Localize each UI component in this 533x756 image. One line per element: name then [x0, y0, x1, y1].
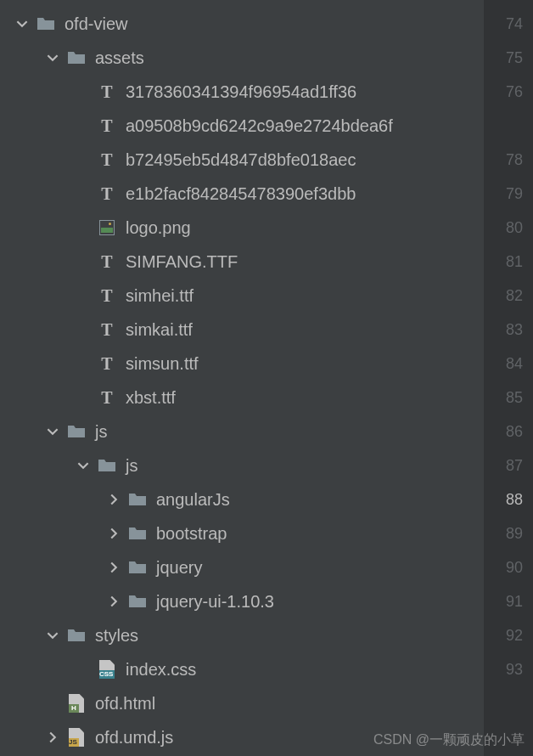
line-number: 79	[484, 177, 533, 211]
tree-item-file[interactable]: T SIMFANG.TTF	[0, 245, 484, 279]
chevron-right-icon	[42, 727, 63, 748]
css-file-icon	[97, 659, 117, 680]
watermark: CSDN @一颗顽皮的小草	[373, 731, 525, 749]
tree-item-folder[interactable]: js	[0, 449, 484, 482]
html-file-icon	[66, 693, 87, 714]
tree-item-label: logo.png	[126, 218, 191, 238]
tree-item-label: assets	[95, 48, 144, 68]
line-number: 89	[484, 516, 533, 550]
chevron-down-icon	[42, 48, 63, 68]
font-file-icon: T	[97, 116, 117, 136]
tree-item-folder[interactable]: assets	[0, 41, 484, 75]
folder-icon	[127, 591, 148, 612]
tree-item-label: simkai.ttf	[126, 320, 193, 340]
folder-icon	[127, 489, 148, 510]
tree-item-file[interactable]: T a09508b9cd6242c9a9e2724bdea6f	[0, 109, 484, 143]
folder-icon	[127, 557, 148, 578]
folder-icon	[97, 455, 117, 476]
chevron-right-icon	[104, 591, 124, 612]
font-file-icon: T	[97, 183, 117, 204]
font-file-icon: T	[97, 82, 117, 102]
line-number: 80	[484, 211, 533, 245]
tree-item-folder[interactable]: js	[0, 415, 484, 449]
font-file-icon: T	[97, 150, 117, 170]
font-file-icon: T	[97, 387, 117, 408]
line-number: 83	[484, 313, 533, 347]
tree-item-folder[interactable]: jquery-ui-1.10.3	[0, 584, 484, 618]
line-number	[484, 109, 533, 143]
line-number-selected: 88	[484, 482, 533, 516]
line-number: 91	[484, 584, 533, 618]
line-number-gutter: 74 75 76 78 79 80 81 82 83 84 85 86 87 8…	[484, 0, 533, 756]
line-number: 78	[484, 143, 533, 177]
image-file-icon	[97, 217, 117, 238]
file-tree: ofd-view assets T 3178360341394f96954ad1…	[0, 0, 484, 756]
tree-item-file[interactable]: T e1b2facf842845478390ef3dbb	[0, 177, 484, 211]
tree-item-folder[interactable]: jquery	[0, 550, 484, 584]
js-file-icon	[66, 727, 87, 748]
tree-item-folder[interactable]: bootstrap	[0, 516, 484, 550]
tree-item-file[interactable]: T 3178360341394f96954ad1ff36	[0, 75, 484, 109]
tree-item-label: simhei.ttf	[126, 286, 194, 306]
folder-icon	[66, 421, 87, 442]
tree-item-label: b72495eb5d4847d8bfe018aec	[126, 150, 356, 170]
tree-item-label: SIMFANG.TTF	[126, 252, 238, 272]
tree-item-file[interactable]: T simkai.ttf	[0, 313, 484, 347]
chevron-right-icon	[104, 489, 124, 510]
font-file-icon: T	[97, 251, 117, 272]
tree-item-label: index.css	[126, 660, 196, 680]
tree-item-folder[interactable]: styles	[0, 618, 484, 652]
font-file-icon: T	[97, 285, 117, 306]
tree-item-file[interactable]: T b72495eb5d4847d8bfe018aec	[0, 143, 484, 177]
tree-item-label: ofd.umd.js	[95, 728, 173, 748]
folder-icon	[36, 14, 56, 34]
tree-item-folder[interactable]: angularJs	[0, 482, 484, 516]
tree-item-label: jquery	[156, 558, 202, 578]
tree-item-label: simsun.ttf	[126, 354, 199, 374]
chevron-down-icon	[42, 421, 63, 442]
tree-item-label: jquery-ui-1.10.3	[156, 592, 274, 612]
tree-item-label: angularJs	[156, 490, 230, 510]
line-number: 86	[484, 415, 533, 449]
line-number: 82	[484, 279, 533, 313]
chevron-right-icon	[104, 557, 124, 578]
tree-item-file[interactable]: ofd.html	[0, 686, 484, 720]
line-number: 93	[484, 652, 533, 686]
tree-item-label: xbst.ttf	[126, 388, 176, 408]
tree-item-label: styles	[95, 626, 138, 646]
tree-item-folder[interactable]: ofd-view	[0, 7, 484, 41]
tree-item-file[interactable]: T simsun.ttf	[0, 347, 484, 381]
line-number	[484, 686, 533, 720]
line-number: 74	[484, 7, 533, 41]
tree-item-label: ofd.html	[95, 694, 155, 714]
line-number: 84	[484, 347, 533, 381]
tree-item-file[interactable]: T simhei.ttf	[0, 279, 484, 313]
line-number: 87	[484, 449, 533, 482]
line-number: 90	[484, 550, 533, 584]
tree-item-file[interactable]: index.css	[0, 652, 484, 686]
tree-item-label: ofd-view	[65, 14, 127, 34]
line-number: 75	[484, 41, 533, 75]
tree-item-label: e1b2facf842845478390ef3dbb	[126, 184, 356, 204]
tree-item-label: bootstrap	[156, 524, 227, 544]
chevron-down-icon	[12, 14, 32, 34]
tree-item-file[interactable]: logo.png	[0, 211, 484, 245]
line-number: 85	[484, 381, 533, 415]
chevron-right-icon	[104, 523, 124, 544]
font-file-icon: T	[97, 319, 117, 340]
font-file-icon: T	[97, 353, 117, 374]
line-number: 92	[484, 618, 533, 652]
chevron-down-icon	[73, 455, 93, 476]
tree-item-label: js	[126, 456, 137, 476]
folder-icon	[66, 48, 87, 68]
folder-icon	[66, 625, 87, 646]
tree-item-file[interactable]: T xbst.ttf	[0, 381, 484, 415]
line-number: 81	[484, 245, 533, 279]
tree-item-label: 3178360341394f96954ad1ff36	[126, 82, 356, 102]
chevron-down-icon	[42, 625, 63, 646]
tree-item-label: js	[95, 422, 107, 442]
line-number: 76	[484, 75, 533, 109]
folder-icon	[127, 523, 148, 544]
tree-item-label: a09508b9cd6242c9a9e2724bdea6f	[126, 116, 393, 136]
